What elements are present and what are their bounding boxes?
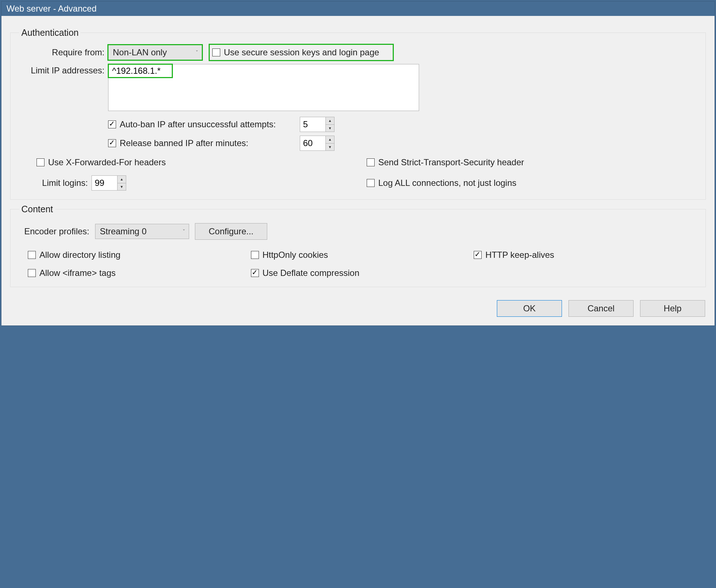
- iframe-input[interactable]: [28, 269, 36, 277]
- titlebar: Web server - Advanced: [1, 1, 715, 16]
- dialog-window: Web server - Advanced Authentication Req…: [1, 1, 715, 326]
- xff-label: Use X-Forwarded-For headers: [48, 157, 166, 167]
- release-checkbox[interactable]: Release banned IP after minutes:: [108, 138, 296, 148]
- deflate-checkbox[interactable]: Use Deflate compression: [251, 268, 474, 278]
- authentication-group: Authentication Require from: Non-LAN onl…: [10, 27, 706, 200]
- window-title: Web server - Advanced: [7, 4, 97, 13]
- deflate-input[interactable]: [251, 269, 259, 277]
- limit-logins-spinner[interactable]: ▲ ▼: [91, 175, 126, 191]
- spinner-up-icon[interactable]: ▲: [326, 136, 334, 144]
- limit-logins-value[interactable]: [92, 176, 117, 190]
- spinner-down-icon[interactable]: ▼: [326, 125, 334, 132]
- httponly-checkbox[interactable]: HttpOnly cookies: [251, 250, 474, 260]
- release-input[interactable]: [108, 139, 116, 147]
- spinner-down-icon[interactable]: ▼: [326, 144, 334, 151]
- release-spinner[interactable]: ▲ ▼: [300, 136, 334, 151]
- dirlist-label: Allow directory listing: [39, 250, 120, 260]
- autoban-label: Auto-ban IP after unsuccessful attempts:: [120, 119, 276, 129]
- logall-input[interactable]: [367, 179, 375, 187]
- autoban-spinner[interactable]: ▲ ▼: [300, 117, 334, 132]
- xff-checkbox[interactable]: Use X-Forwarded-For headers: [37, 157, 367, 167]
- autoban-input[interactable]: [108, 120, 116, 128]
- content-group: Content Encoder profiles: Streaming 0 ˅ …: [10, 204, 706, 287]
- dirlist-input[interactable]: [28, 251, 36, 259]
- ok-button[interactable]: OK: [497, 300, 562, 317]
- logall-label: Log ALL connections, not just logins: [378, 178, 516, 188]
- xff-input[interactable]: [37, 158, 44, 166]
- deflate-label: Use Deflate compression: [263, 268, 359, 278]
- encoder-profiles-value: Streaming 0: [100, 226, 146, 237]
- require-from-value: Non-LAN only: [113, 47, 167, 57]
- hsts-label: Send Strict-Transport-Security header: [378, 157, 524, 167]
- httponly-label: HttpOnly cookies: [263, 250, 328, 260]
- require-from-combo[interactable]: Non-LAN only ˅: [108, 45, 202, 60]
- dirlist-checkbox[interactable]: Allow directory listing: [28, 250, 251, 260]
- release-value[interactable]: [300, 136, 325, 150]
- limit-ip-textarea[interactable]: ^192.168.1.*: [108, 64, 419, 111]
- limit-logins-label: Limit logins:: [19, 178, 88, 188]
- hsts-input[interactable]: [367, 158, 375, 166]
- httponly-input[interactable]: [251, 251, 259, 259]
- content-legend: Content: [19, 204, 55, 214]
- autoban-value[interactable]: [300, 117, 325, 132]
- authentication-legend: Authentication: [19, 27, 81, 38]
- release-label: Release banned IP after minutes:: [120, 138, 248, 148]
- secure-session-input[interactable]: [212, 48, 220, 56]
- logall-checkbox[interactable]: Log ALL connections, not just logins: [367, 178, 697, 188]
- keepalive-label: HTTP keep-alives: [485, 250, 554, 260]
- chevron-down-icon: ˅: [196, 50, 198, 55]
- configure-button[interactable]: Configure...: [195, 223, 267, 240]
- require-from-label: Require from:: [19, 47, 105, 57]
- encoder-profiles-label: Encoder profiles:: [21, 226, 89, 237]
- chevron-down-icon: ˅: [183, 229, 185, 234]
- secure-session-checkbox[interactable]: Use secure session keys and login page: [209, 44, 393, 60]
- limit-ip-label: Limit IP addresses:: [19, 64, 105, 76]
- spinner-up-icon[interactable]: ▲: [326, 117, 334, 125]
- secure-session-label: Use secure session keys and login page: [224, 47, 379, 57]
- encoder-profiles-combo[interactable]: Streaming 0 ˅: [95, 224, 189, 239]
- hsts-checkbox[interactable]: Send Strict-Transport-Security header: [367, 157, 697, 167]
- help-button[interactable]: Help: [640, 300, 705, 317]
- keepalive-checkbox[interactable]: HTTP keep-alives: [474, 250, 697, 260]
- iframe-checkbox[interactable]: Allow <iframe> tags: [28, 268, 251, 278]
- iframe-label: Allow <iframe> tags: [39, 268, 116, 278]
- cancel-button[interactable]: Cancel: [568, 300, 634, 317]
- autoban-checkbox[interactable]: Auto-ban IP after unsuccessful attempts:: [108, 119, 296, 129]
- client-area: Authentication Require from: Non-LAN onl…: [1, 16, 715, 325]
- spinner-up-icon[interactable]: ▲: [118, 176, 126, 183]
- spinner-down-icon[interactable]: ▼: [118, 183, 126, 191]
- dialog-button-row: OK Cancel Help: [9, 290, 707, 318]
- keepalive-input[interactable]: [474, 251, 482, 259]
